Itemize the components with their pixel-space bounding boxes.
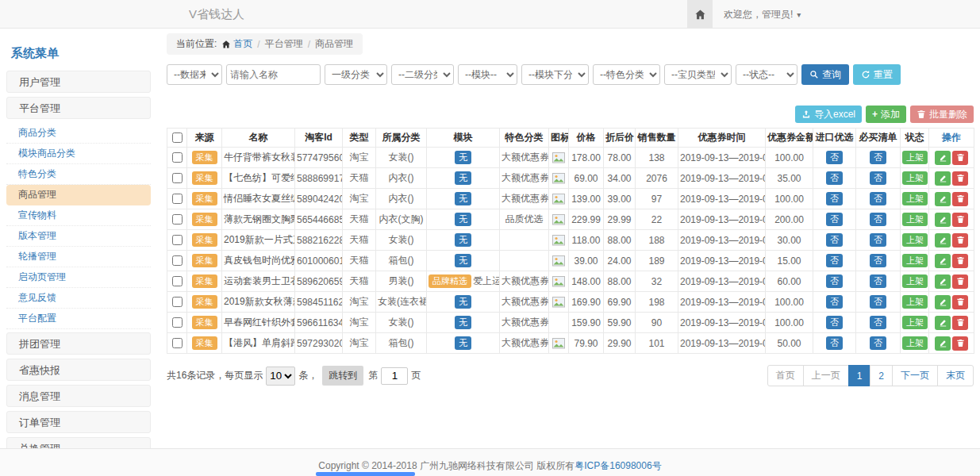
delete-button[interactable] — [952, 171, 968, 186]
edit-button[interactable] — [935, 233, 951, 248]
sidebar-group-4[interactable]: 省惠快报 — [6, 359, 151, 381]
edit-button[interactable] — [935, 254, 951, 268]
filter-select-7[interactable]: --状态-- — [736, 64, 797, 85]
sidebar-item-启动页管理[interactable]: 启动页管理 — [6, 267, 151, 288]
imported-badge[interactable]: 否 — [826, 213, 843, 226]
select-all-checkbox[interactable] — [172, 132, 183, 143]
sidebar-group-2[interactable]: 平台管理 — [6, 97, 151, 119]
row-checkbox[interactable] — [172, 235, 183, 245]
delete-button[interactable] — [952, 213, 968, 227]
sidebar-item-版本管理[interactable]: 版本管理 — [6, 226, 151, 247]
sidebar-item-平台配置[interactable]: 平台配置 — [6, 309, 151, 329]
import-excel-button[interactable]: 导入excel — [795, 106, 862, 123]
delete-button[interactable] — [952, 254, 968, 268]
edit-button[interactable] — [935, 151, 951, 165]
row-checkbox[interactable] — [172, 276, 183, 286]
page-button-2[interactable]: 2 — [870, 365, 893, 386]
status-badge[interactable]: 上架 — [902, 171, 928, 185]
must-buy-badge[interactable]: 否 — [870, 316, 886, 329]
breadcrumb-item[interactable]: 商品管理 — [315, 37, 353, 51]
page-button-上一页[interactable]: 上一页 — [803, 365, 849, 386]
imported-badge[interactable]: 否 — [826, 171, 843, 185]
status-badge[interactable]: 上架 — [902, 213, 928, 226]
filter-source-select[interactable]: --数据来源-- — [167, 64, 222, 85]
status-badge[interactable]: 上架 — [902, 274, 928, 288]
name-search-input[interactable] — [226, 64, 321, 85]
horizontal-scrollbar-thumb[interactable] — [316, 472, 415, 476]
jump-button[interactable]: 跳转到 — [322, 366, 363, 386]
sidebar-item-商品管理[interactable]: 商品管理 — [6, 185, 151, 205]
must-buy-badge[interactable]: 否 — [870, 295, 886, 309]
status-badge[interactable]: 上架 — [902, 295, 928, 309]
status-badge[interactable]: 上架 — [902, 233, 928, 247]
sidebar-group-3[interactable]: 拼团管理 — [6, 332, 151, 355]
sidebar-item-特色分类[interactable]: 特色分类 — [6, 164, 151, 185]
edit-button[interactable] — [935, 316, 951, 330]
row-checkbox[interactable] — [172, 152, 183, 163]
sidebar-group-5[interactable]: 消息管理 — [6, 385, 151, 407]
delete-button[interactable] — [952, 233, 968, 248]
imported-badge[interactable]: 否 — [826, 336, 843, 350]
breadcrumb-item[interactable]: 平台管理 — [265, 37, 303, 51]
edit-button[interactable] — [935, 192, 951, 206]
filter-select-3[interactable]: --模块-- — [458, 64, 517, 85]
page-button-末页[interactable]: 末页 — [937, 365, 974, 386]
imported-badge[interactable]: 否 — [826, 254, 843, 267]
sidebar-group-1[interactable]: 用户管理 — [6, 71, 151, 93]
delete-button[interactable] — [952, 295, 968, 309]
imported-badge[interactable]: 否 — [826, 295, 843, 309]
must-buy-badge[interactable]: 否 — [870, 151, 886, 164]
icp-link[interactable]: 粤ICP备16098006号 — [575, 460, 661, 471]
filter-select-2[interactable]: --二级分类-- — [391, 64, 454, 85]
imported-badge[interactable]: 否 — [826, 316, 843, 329]
filter-select-1[interactable]: 一级分类 — [325, 64, 387, 85]
row-checkbox[interactable] — [172, 214, 183, 225]
sidebar-item-模块商品分类[interactable]: 模块商品分类 — [6, 144, 151, 164]
sidebar-item-意见反馈[interactable]: 意见反馈 — [6, 288, 151, 309]
must-buy-badge[interactable]: 否 — [870, 336, 886, 350]
must-buy-badge[interactable]: 否 — [870, 171, 886, 185]
edit-button[interactable] — [935, 295, 951, 309]
page-button-1[interactable]: 1 — [848, 365, 871, 386]
add-button[interactable]: + 添加 — [866, 106, 906, 123]
edit-button[interactable] — [935, 213, 951, 227]
status-badge[interactable]: 上架 — [902, 254, 928, 267]
sidebar-item-宣传物料[interactable]: 宣传物料 — [6, 205, 151, 226]
delete-button[interactable] — [952, 274, 968, 289]
must-buy-badge[interactable]: 否 — [870, 274, 886, 288]
imported-badge[interactable]: 否 — [826, 151, 843, 164]
home-button[interactable] — [687, 0, 713, 29]
page-button-下一页[interactable]: 下一页 — [892, 365, 938, 386]
status-badge[interactable]: 上架 — [902, 316, 928, 329]
imported-badge[interactable]: 否 — [826, 274, 843, 288]
must-buy-badge[interactable]: 否 — [870, 213, 886, 226]
imported-badge[interactable]: 否 — [826, 233, 843, 247]
must-buy-badge[interactable]: 否 — [870, 192, 886, 205]
delete-button[interactable] — [952, 192, 968, 206]
filter-select-4[interactable]: --模块下分类-- — [521, 64, 589, 85]
row-checkbox[interactable] — [172, 255, 183, 266]
page-number-input[interactable] — [381, 367, 408, 385]
delete-button[interactable] — [952, 316, 968, 330]
row-checkbox[interactable] — [172, 338, 183, 348]
sidebar-group-6[interactable]: 订单管理 — [6, 411, 151, 433]
must-buy-badge[interactable]: 否 — [870, 233, 886, 247]
per-page-select[interactable]: 10 — [266, 367, 295, 386]
delete-button[interactable] — [952, 336, 968, 351]
edit-button[interactable] — [935, 274, 951, 289]
filter-select-5[interactable]: --特色分类-- — [593, 64, 660, 85]
must-buy-badge[interactable]: 否 — [870, 254, 886, 267]
imported-badge[interactable]: 否 — [826, 192, 843, 205]
filter-select-6[interactable]: --宝贝类型-- — [664, 64, 732, 85]
status-badge[interactable]: 上架 — [902, 151, 928, 164]
page-button-首页[interactable]: 首页 — [767, 365, 804, 386]
status-badge[interactable]: 上架 — [902, 192, 928, 205]
row-checkbox[interactable] — [172, 297, 183, 307]
sidebar-item-轮播管理[interactable]: 轮播管理 — [6, 247, 151, 267]
reset-button[interactable]: 重置 — [853, 64, 901, 85]
breadcrumb-home-link[interactable]: 首页 — [221, 37, 252, 51]
row-checkbox[interactable] — [172, 194, 183, 204]
user-menu[interactable]: 欢迎您，管理员! ▾ — [713, 8, 812, 21]
sidebar-item-商品分类[interactable]: 商品分类 — [6, 123, 151, 144]
status-badge[interactable]: 上架 — [902, 336, 928, 350]
